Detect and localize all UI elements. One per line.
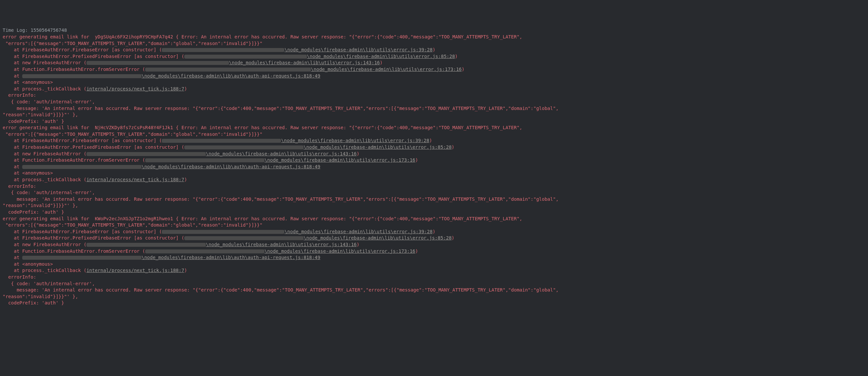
stack-frame-path[interactable]: \node_modules\firebase-admin\lib\auth\au… bbox=[142, 255, 320, 260]
stack-frame-close: ) bbox=[415, 248, 418, 254]
error-info-message: "reason":"invalid"}]}}"' }, bbox=[3, 203, 78, 208]
stack-frame-prefix: at process._tickCallback ( bbox=[3, 86, 87, 91]
stack-frame-path[interactable]: \node_modules\firebase-admin\lib\auth\au… bbox=[142, 164, 320, 169]
error-info-message: message: 'An internal error has occurred… bbox=[3, 106, 558, 111]
redacted-path bbox=[87, 61, 229, 65]
redacted-path bbox=[162, 230, 284, 234]
stack-frame-prefix: at process._tickCallback ( bbox=[3, 177, 87, 182]
stack-frame-prefix: at new FirebaseAuthError ( bbox=[3, 242, 87, 247]
stack-frame-close: ) bbox=[356, 242, 359, 247]
stack-frame-prefix: at FirebaseAuthError.PrefixedFirebaseErr… bbox=[3, 54, 184, 59]
redacted-path bbox=[22, 256, 142, 260]
redacted-path bbox=[145, 68, 311, 71]
error-info-code: { code: 'auth/internal-error', bbox=[3, 281, 95, 286]
error-info-code: { code: 'auth/internal-error', bbox=[3, 99, 95, 104]
stack-frame-prefix: at FirebaseAuthError.PrefixedFirebaseErr… bbox=[3, 145, 184, 150]
stack-frame-prefix: at FirebaseAuthError.FirebaseError [as c… bbox=[3, 138, 162, 143]
redacted-path bbox=[162, 48, 284, 52]
stack-frame-path[interactable]: \node_modules\firebase-admin\lib\utils\e… bbox=[304, 145, 452, 150]
error-header: error generating email link for yDgSUqAc… bbox=[3, 34, 522, 39]
stack-frame-close: ) bbox=[356, 151, 359, 156]
stack-frame-prefix: at <anonymous> bbox=[3, 261, 53, 267]
timelog-line: Time Log: 1550564756748 bbox=[3, 28, 67, 33]
stack-frame-prefix: at bbox=[3, 73, 22, 79]
stack-frame-prefix: at Function.FirebaseAuthError.fromServer… bbox=[3, 67, 145, 72]
stack-frame-path[interactable]: \node_modules\firebase-admin\lib\utils\e… bbox=[265, 248, 415, 254]
stack-frame-close: ) bbox=[455, 54, 458, 59]
stack-frame-close: ) bbox=[380, 60, 382, 65]
stack-frame-prefix: at new FirebaseAuthError ( bbox=[3, 60, 87, 65]
error-info-message: "reason":"invalid"}]}}"' }, bbox=[3, 112, 78, 117]
error-header-cont: "errors":[{"message":"TOO_MANY_ATTEMPTS_… bbox=[3, 131, 262, 137]
redacted-path bbox=[87, 152, 206, 156]
stack-frame-path[interactable]: internal/process/next_tick.js:188:7 bbox=[87, 86, 184, 91]
stack-frame-close: ) bbox=[415, 157, 418, 163]
stack-frame-close: ) bbox=[433, 229, 435, 234]
error-header-cont: "errors":[{"message":"TOO_MANY_ATTEMPTS_… bbox=[3, 222, 262, 227]
stack-frame-close: ) bbox=[184, 268, 187, 273]
error-info-message: message: 'An internal error has occurred… bbox=[3, 196, 558, 202]
stack-frame-prefix: at FirebaseAuthError.FirebaseError [as c… bbox=[3, 229, 162, 234]
stack-frame-path[interactable]: \node_modules\firebase-admin\lib\utils\e… bbox=[311, 67, 462, 72]
redacted-path bbox=[145, 158, 265, 162]
error-code-prefix: codePrefix: 'auth' } bbox=[3, 209, 64, 215]
stack-frame-close: ) bbox=[452, 145, 454, 150]
error-code-prefix: codePrefix: 'auth' } bbox=[3, 119, 64, 124]
redacted-path bbox=[87, 243, 206, 247]
error-header: error generating email link for KWoPv2ec… bbox=[3, 216, 522, 221]
stack-frame-prefix: at <anonymous> bbox=[3, 170, 53, 176]
stack-frame-close: ) bbox=[433, 47, 435, 52]
redacted-path bbox=[184, 55, 307, 59]
stack-frame-close: ) bbox=[184, 86, 187, 91]
stack-frame-prefix: at <anonymous> bbox=[3, 80, 53, 85]
console-output: Time Log: 1550564756748error generating … bbox=[3, 27, 865, 307]
redacted-path bbox=[22, 165, 142, 169]
stack-frame-path[interactable]: \node_modules\firebase-admin\lib\auth\au… bbox=[142, 73, 320, 79]
stack-frame-path[interactable]: \node_modules\firebase-admin\lib\utils\e… bbox=[307, 54, 455, 59]
stack-frame-prefix: at FirebaseAuthError.FirebaseError [as c… bbox=[3, 47, 162, 52]
redacted-path bbox=[184, 146, 304, 149]
stack-frame-close: ) bbox=[429, 138, 432, 143]
stack-frame-prefix: at bbox=[3, 164, 22, 169]
stack-frame-prefix: at FirebaseAuthError.PrefixedFirebaseErr… bbox=[3, 235, 184, 241]
error-info-message: "reason":"invalid"}]}}"' }, bbox=[3, 294, 78, 299]
error-info-label: errorInfo: bbox=[3, 274, 36, 280]
stack-frame-prefix: at Function.FirebaseAuthError.fromServer… bbox=[3, 248, 145, 254]
error-header-cont: "errors":[{"message":"TOO_MANY_ATTEMPTS_… bbox=[3, 41, 262, 46]
redacted-path bbox=[145, 249, 265, 253]
stack-frame-close: ) bbox=[462, 67, 464, 72]
stack-frame-prefix: at new FirebaseAuthError ( bbox=[3, 151, 87, 156]
stack-frame-path[interactable]: internal/process/next_tick.js:188:7 bbox=[87, 268, 184, 273]
redacted-path bbox=[162, 139, 281, 143]
stack-frame-path[interactable]: \node_modules\firebase-admin\lib\utils\e… bbox=[304, 235, 452, 241]
error-header: error generating email link for NjHcVZKD… bbox=[3, 125, 522, 130]
stack-frame-path[interactable]: \node_modules\firebase-admin\lib\utils\e… bbox=[284, 47, 433, 52]
error-info-code: { code: 'auth/internal-error', bbox=[3, 190, 95, 195]
stack-frame-prefix: at process._tickCallback ( bbox=[3, 268, 87, 273]
stack-frame-close: ) bbox=[184, 177, 187, 182]
redacted-path bbox=[184, 236, 304, 240]
error-code-prefix: codePrefix: 'auth' } bbox=[3, 300, 64, 306]
stack-frame-prefix: at bbox=[3, 255, 22, 260]
redacted-path bbox=[22, 74, 142, 78]
stack-frame-path[interactable]: \node_modules\firebase-admin\lib\utils\e… bbox=[229, 60, 380, 65]
stack-frame-path[interactable]: \node_modules\firebase-admin\lib\utils\e… bbox=[281, 138, 429, 143]
stack-frame-path[interactable]: \node_modules\firebase-admin\lib\utils\e… bbox=[206, 242, 356, 247]
stack-frame-path[interactable]: \node_modules\firebase-admin\lib\utils\e… bbox=[284, 229, 433, 234]
stack-frame-prefix: at Function.FirebaseAuthError.fromServer… bbox=[3, 157, 145, 163]
stack-frame-close: ) bbox=[452, 235, 454, 241]
stack-frame-path[interactable]: \node_modules\firebase-admin\lib\utils\e… bbox=[206, 151, 356, 156]
stack-frame-path[interactable]: \node_modules\firebase-admin\lib\utils\e… bbox=[265, 157, 415, 163]
error-info-label: errorInfo: bbox=[3, 92, 36, 98]
stack-frame-path[interactable]: internal/process/next_tick.js:188:7 bbox=[87, 177, 184, 182]
error-info-label: errorInfo: bbox=[3, 184, 36, 189]
error-info-message: message: 'An internal error has occurred… bbox=[3, 287, 558, 292]
